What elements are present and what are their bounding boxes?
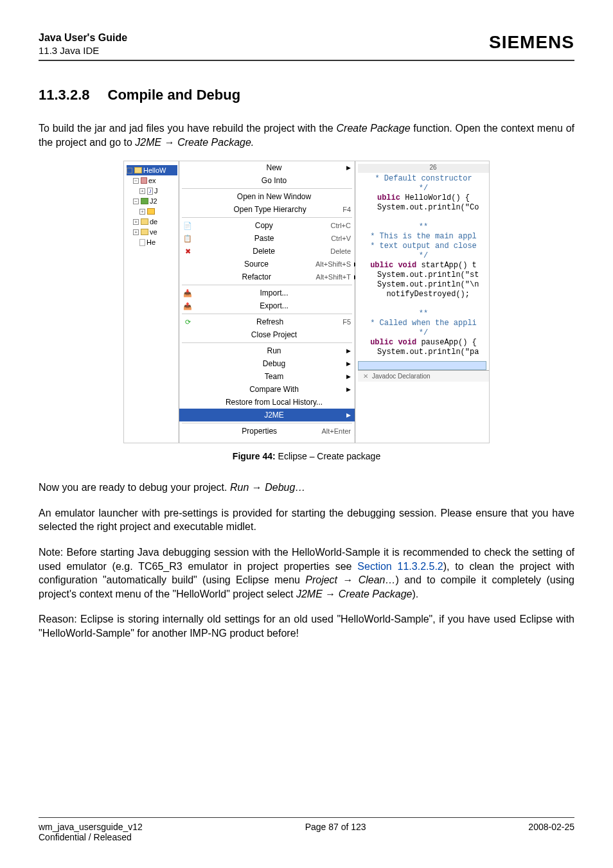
code-line: System.out.println("pa [358,348,489,357]
code-line [358,299,489,309]
menu-debug[interactable]: Debug▶ [179,357,355,370]
tree-node[interactable]: −J2 [127,196,177,206]
figure-caption: Figure 44: Eclipse – Create package [39,451,574,461]
code-line: ublic void pauseApp() { [358,338,489,348]
code-line: System.out.println("\n [358,280,489,290]
submenu-arrow-icon: ▶ [346,412,351,418]
export-icon: 📤 [183,301,192,310]
tree-node[interactable]: +JJ [127,186,177,196]
context-menu: New▶ Go Into Open in New Window Open Typ… [179,161,355,443]
submenu-arrow-icon: ▶ [346,373,351,380]
submenu-arrow-icon: ▶ [346,164,351,171]
menu-copy[interactable]: 📄CopyCtrl+C [179,219,355,232]
footer-date: 2008-02-25 [528,822,574,842]
menu-team[interactable]: Team▶ [179,370,355,383]
paragraph-5: Reason: Eclipse is storing internally ol… [39,612,574,640]
footer-status: Confidential / Released [39,832,143,842]
menu-j2me[interactable]: J2ME▶ [179,409,355,421]
menu-compare-with[interactable]: Compare With▶ [179,383,355,396]
figure-44: −HelloW −ex +JJ −J2 + +de +ve He New▶ Go… [39,161,574,461]
code-line: ublic HelloWorld() { [358,193,489,203]
package-explorer: −HelloW −ex +JJ −J2 + +de +ve He [124,161,179,443]
copy-icon: 📄 [183,221,192,230]
editor-ruler: 26 [358,164,489,173]
section-link[interactable]: Section 11.3.2.5.2 [357,561,443,572]
editor-pane: 26 * Default constructor */ ublic HelloW… [355,161,489,443]
delete-icon: ✖ [183,247,192,256]
code-line: System.out.println("st [358,270,489,280]
code-line: notifyDestroyed(); [358,290,489,299]
menu-delete[interactable]: ✖DeleteDelete [179,245,355,258]
code-line: ** [358,309,489,319]
paragraph-4: Note: Before starting Java debugging ses… [39,545,574,601]
brand-logo: SIEMENS [489,32,574,53]
tree-node[interactable]: −ex [127,175,177,186]
eclipse-screenshot: −HelloW −ex +JJ −J2 + +de +ve He New▶ Go… [123,161,490,443]
menu-source[interactable]: SourceAlt+Shift+S▶ [179,258,355,270]
menu-refactor[interactable]: RefactorAlt+Shift+T▶ [179,270,355,283]
page-header: Java User's Guide 11.3 Java IDE SIEMENS [39,32,574,61]
code-line [358,213,489,222]
menu-open-window[interactable]: Open in New Window [179,190,355,203]
code-line: */ [358,251,489,261]
tree-node[interactable]: +de [127,217,177,227]
tree-node[interactable]: He [127,237,177,247]
submenu-arrow-icon: ▶ [346,348,351,354]
refresh-icon: ⟳ [183,317,192,326]
menu-run[interactable]: Run▶ [179,344,355,357]
menu-export[interactable]: 📤Export... [179,299,355,312]
tree-node-helloworld[interactable]: −HelloW [127,165,177,175]
menu-refresh[interactable]: ⟳RefreshF5 [179,315,355,328]
menu-new[interactable]: New▶ [179,161,355,174]
import-icon: 📥 [183,288,192,297]
paste-icon: 📋 [183,234,192,243]
section-heading: 11.3.2.8Compile and Debug [39,87,574,103]
submenu-arrow-icon: ▶ [346,360,351,367]
code-line: * Called when the appli [358,319,489,328]
tree-node[interactable]: +ve [127,227,177,237]
menu-restore[interactable]: Restore from Local History... [179,396,355,409]
code-line: ublic void startApp() t [358,261,489,270]
menu-open-hierarchy[interactable]: Open Type HierarchyF4 [179,203,355,216]
menu-go-into[interactable]: Go Into [179,174,355,187]
editor-tabs[interactable]: ✕Javadoc Declaration [358,370,489,382]
doc-subtitle: 11.3 Java IDE [39,45,127,56]
page-footer: wm_java_usersguide_v12 Confidential / Re… [39,817,574,842]
menu-close-project[interactable]: Close Project [179,328,355,341]
code-line: System.out.println("Co [358,203,489,213]
code-line: */ [358,328,489,338]
menu-paste[interactable]: 📋PasteCtrl+V [179,232,355,245]
code-line: * Default constructor [358,174,489,184]
tree-node[interactable]: + [127,206,177,217]
paragraph-2: Now you are ready to debug your project.… [39,481,574,495]
code-line: ** [358,222,489,232]
footer-file: wm_java_usersguide_v12 [39,822,143,832]
menu-properties[interactable]: PropertiesAlt+Enter [179,425,355,438]
code-line: */ [358,184,489,193]
doc-title: Java User's Guide [39,32,127,44]
code-line: * text output and close [358,242,489,251]
footer-page: Page 87 of 123 [305,822,366,842]
paragraph-1: To build the jar and jad files you have … [39,121,574,149]
editor-selection [358,361,486,370]
menu-import[interactable]: 📥Import... [179,287,355,299]
code-line: * This is the main appl [358,232,489,242]
submenu-arrow-icon: ▶ [346,386,351,393]
paragraph-3: An emulator launcher with pre-settings i… [39,506,574,534]
